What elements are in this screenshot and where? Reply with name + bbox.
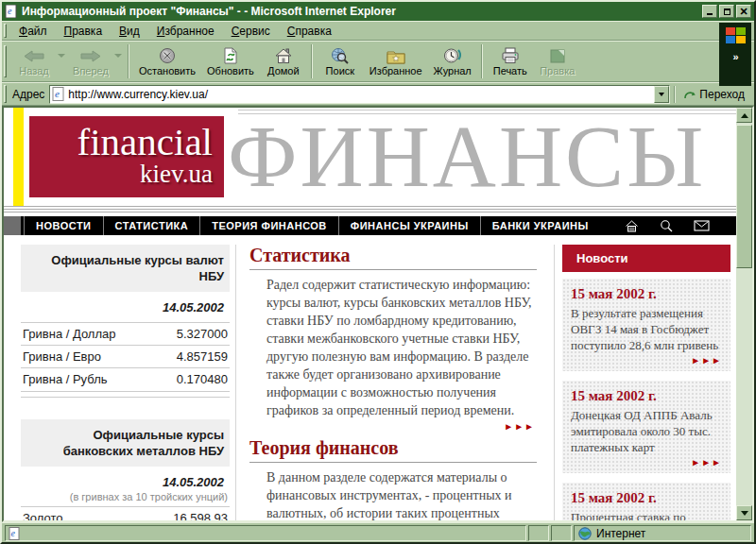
nav-item-statistics[interactable]: СТАТИСТИКА <box>103 216 200 235</box>
go-label: Переход <box>699 88 745 101</box>
table-row: Гривна / Евро 4.857159 <box>21 345 230 367</box>
toolbar-overflow-chevron-icon[interactable]: » <box>732 51 737 62</box>
arrow-down-icon <box>741 511 748 516</box>
menu-edit[interactable]: Правка <box>56 23 112 40</box>
news-text: Процентная ставка по кредитам НБУ "оверн… <box>571 509 722 520</box>
go-button[interactable]: Переход <box>679 88 750 101</box>
refresh-button[interactable]: Обновить <box>201 42 260 81</box>
print-button[interactable]: Печать <box>487 42 534 81</box>
stop-button[interactable]: Остановить <box>133 42 201 81</box>
menu-file[interactable]: Файл <box>10 23 56 40</box>
print-icon <box>501 47 520 64</box>
nav-item-banks-ukraine[interactable]: БАНКИ УКРАИНЫ <box>480 216 600 235</box>
more-link[interactable]: ►►► <box>249 421 535 432</box>
web-page: financial kiev.ua ФИНАНСЫ НОВОСТИ СТАТИС… <box>4 108 736 520</box>
back-dropdown-icon[interactable] <box>58 54 65 58</box>
page-columns: Официальные курсы валют НБУ 14.05.2002 Г… <box>4 235 736 520</box>
edit-button[interactable]: Правка <box>534 42 581 81</box>
address-field[interactable]: e <box>49 85 670 104</box>
toolbar-separator <box>128 44 129 78</box>
mail-icon[interactable] <box>694 220 710 231</box>
nav-item-finance-theory[interactable]: ТЕОРИЯ ФИНАНСОВ <box>199 216 338 235</box>
home-icon[interactable] <box>625 220 639 232</box>
arrow-up-icon <box>741 113 748 118</box>
news-text: Донецкая ОД АППБ Аваль эмитировала около… <box>571 407 722 455</box>
scroll-up-button[interactable] <box>736 108 752 123</box>
refresh-icon <box>223 47 238 64</box>
globe-icon <box>578 527 592 540</box>
window-title: Информационный проект "Финансы" - - Micr… <box>22 5 700 18</box>
menu-favorites[interactable]: Избранное <box>148 23 223 40</box>
forward-dropdown-icon[interactable] <box>114 54 122 58</box>
home-button[interactable]: Домой <box>260 42 307 81</box>
history-button[interactable]: Журнал <box>428 42 477 81</box>
section-text-theory: В данном разделе содержатся материалы о … <box>266 468 535 520</box>
rate-label: Гривна / Евро <box>23 349 101 364</box>
minimize-icon <box>707 8 713 15</box>
more-link[interactable]: ►►► <box>571 457 722 468</box>
site-banner-text: ФИНАНСЫ <box>228 110 736 206</box>
more-link[interactable]: ►►► <box>571 355 722 366</box>
edit-icon <box>549 48 566 64</box>
nav-item-finance-ukraine[interactable]: ФИНАНСЫ УКРАИНЫ <box>338 216 480 235</box>
metal-rates-title: Официальные курсы банковских металлов НБ… <box>21 419 230 467</box>
restore-button[interactable] <box>719 5 734 18</box>
scrollbar-thumb[interactable] <box>736 125 752 268</box>
rate-label: Гривна / Доллар <box>23 327 115 341</box>
news-date: 15 мая 2002 г. <box>571 286 722 302</box>
rate-value: 0.170480 <box>177 372 228 386</box>
menu-view[interactable]: Вид <box>111 23 148 40</box>
svg-text:e: e <box>55 88 60 99</box>
menubar-grip[interactable] <box>4 24 7 38</box>
addressbar-grip[interactable] <box>4 85 7 102</box>
rate-label: Гривна / Рубль <box>23 372 108 386</box>
status-bar: e Интернет <box>2 522 754 542</box>
stop-icon <box>159 47 176 64</box>
toolbar-grip[interactable] <box>4 45 7 77</box>
title-bar[interactable]: e Информационный проект "Финансы" - - Mi… <box>2 2 754 21</box>
minimize-button[interactable] <box>702 5 717 18</box>
search-icon[interactable] <box>660 219 673 232</box>
ie-document-icon: e <box>5 5 18 18</box>
address-dropdown-button[interactable] <box>654 86 669 103</box>
address-input[interactable] <box>64 87 654 102</box>
chevron-down-icon <box>659 93 664 96</box>
nav-item-news[interactable]: НОВОСТИ <box>24 216 103 235</box>
news-header: Новости <box>562 245 730 272</box>
main-column: Статистика Радел содержит статистическую… <box>235 245 546 520</box>
go-arrow-icon <box>683 88 696 100</box>
metal-rates-note: (в гривнах за 10 тройских унций) <box>21 491 230 506</box>
news-date: 15 мая 2002 г. <box>571 388 722 404</box>
address-bar: Адрес e Переход <box>2 82 754 106</box>
metal-rates-block: Официальные курсы банковских металлов НБ… <box>21 419 230 520</box>
forward-button[interactable]: Вперед <box>67 42 114 81</box>
section-title-statistics[interactable]: Статистика <box>249 245 537 270</box>
site-header: financial kiev.ua ФИНАНСЫ <box>4 108 736 206</box>
address-separator <box>674 86 676 103</box>
table-filler <box>21 397 230 399</box>
metal-label: Золото <box>23 511 63 520</box>
forward-icon <box>79 48 102 64</box>
favorites-icon <box>387 48 405 64</box>
vertical-scrollbar[interactable] <box>736 108 752 520</box>
menu-tools[interactable]: Сервис <box>223 23 279 40</box>
address-label: Адрес <box>12 88 44 101</box>
close-button[interactable]: ✕ <box>736 5 751 18</box>
news-item: 15 мая 2002 г. Донецкая ОД АППБ Аваль эм… <box>562 381 730 473</box>
rate-value: 4.857159 <box>177 349 228 364</box>
toolbar: Назад Вперед Остановить Обновить Домой <box>2 41 754 82</box>
back-button[interactable]: Назад <box>10 42 58 81</box>
history-icon <box>443 47 461 64</box>
search-button[interactable]: Поиск <box>317 42 364 81</box>
scroll-down-button[interactable] <box>736 505 752 520</box>
toolbar-separator <box>481 44 483 78</box>
favorites-button[interactable]: Избранное <box>364 42 428 81</box>
table-row: Гривна / Рубль 0.170480 <box>21 367 230 390</box>
section-title-theory[interactable]: Теория финансов <box>249 437 537 463</box>
menu-help[interactable]: Справка <box>279 23 340 40</box>
currency-rates-block: Официальные курсы валют НБУ 14.05.2002 Г… <box>21 245 230 399</box>
news-item: 15 мая 2002 г. В результате размещения О… <box>562 279 730 371</box>
site-logo[interactable]: financial kiev.ua <box>29 116 224 197</box>
site-navbar: НОВОСТИ СТАТИСТИКА ТЕОРИЯ ФИНАНСОВ ФИНАН… <box>4 216 736 235</box>
table-row: Гривна / Доллар 5.327000 <box>21 322 230 345</box>
